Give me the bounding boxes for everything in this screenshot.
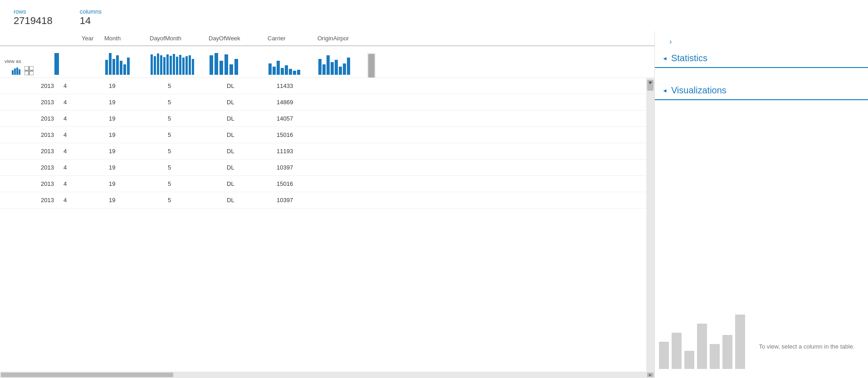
table-row: 2013 4 19 5 DL 14869 [0, 94, 646, 111]
cell-dayofweek-0: 5 [159, 78, 218, 94]
svg-rect-0 [12, 70, 14, 75]
hist-dayofweek[interactable] [200, 51, 258, 78]
svg-rect-27 [185, 56, 188, 75]
right-panel: › ◄ Statistics ◄ Visualizations [655, 31, 868, 378]
bottom-scrollbar[interactable]: ► [0, 372, 654, 378]
svg-rect-26 [182, 58, 185, 75]
viz-hint: To view, select a column in the table. [754, 342, 863, 369]
rows-stat: rows 2719418 [14, 8, 53, 27]
svg-rect-9 [105, 60, 108, 75]
viz-bar-3 [684, 351, 694, 369]
svg-rect-19 [160, 55, 162, 75]
col-header-dayofmonth[interactable]: DayofMonth [141, 31, 200, 45]
statistics-collapse-arrow[interactable]: ◄ [662, 55, 668, 62]
viz-bar-4 [697, 324, 707, 369]
statistics-title: Statistics [671, 53, 707, 63]
visualizations-section-header[interactable]: ◄ Visualizations [655, 82, 868, 100]
v-scroll-down-arrow[interactable] [647, 80, 653, 91]
statistics-section-header[interactable]: ◄ Statistics [655, 49, 868, 68]
hist-year[interactable] [41, 51, 95, 78]
svg-rect-5 [29, 66, 34, 70]
visualizations-title: Visualizations [671, 85, 727, 96]
svg-marker-52 [649, 82, 652, 84]
svg-rect-43 [297, 70, 300, 75]
svg-rect-8 [54, 53, 59, 75]
viz-bar-6 [722, 335, 732, 369]
table-row: 2013 4 19 5 DL 15016 [0, 127, 646, 143]
svg-rect-16 [151, 54, 153, 75]
svg-rect-39 [281, 68, 284, 75]
bar-chart-icon[interactable] [12, 66, 22, 76]
svg-rect-29 [192, 59, 194, 75]
hist-originairport[interactable] [308, 51, 367, 78]
v-scroll-thumb[interactable] [368, 54, 375, 78]
svg-rect-11 [112, 59, 115, 75]
visualizations-section: ◄ Visualizations To view, select a co [655, 82, 868, 373]
h-scroll-thumb[interactable] [1, 373, 173, 377]
top-stats: rows 2719418 columns 14 [0, 0, 868, 31]
svg-rect-47 [331, 62, 334, 75]
svg-rect-25 [179, 55, 181, 75]
right-expand-arrow[interactable]: › [662, 35, 679, 48]
cell-year-1: 2013 [0, 94, 54, 110]
grid-icon[interactable] [24, 66, 34, 76]
col-header-dayofweek[interactable]: DayOfWeek [200, 31, 258, 45]
hist-month[interactable] [95, 51, 141, 78]
col-header-originairport[interactable]: OriginAirpor [308, 31, 367, 45]
svg-rect-46 [327, 55, 330, 75]
columns-label: columns [80, 8, 102, 15]
viz-bar-1 [659, 342, 669, 369]
svg-rect-30 [210, 55, 213, 75]
view-as-area: view as [0, 58, 41, 78]
header-spacer [0, 31, 41, 45]
rows-value: 2719418 [14, 15, 53, 27]
cell-carrier-0: DL [218, 78, 268, 94]
cell-dayofmonth-1: 19 [100, 94, 159, 110]
expand-arrow-container[interactable]: › [655, 36, 868, 49]
histogram-row: view as [0, 46, 654, 78]
svg-rect-6 [24, 71, 29, 75]
svg-rect-33 [224, 54, 228, 75]
table-row: 2013 4 19 5 DL 15016 [0, 176, 646, 192]
icon-row [12, 66, 34, 76]
columns-stat: columns 14 [80, 8, 102, 27]
svg-rect-28 [189, 55, 191, 75]
cell-dayofweek-1: 5 [159, 94, 218, 110]
data-table-body: 2013 4 19 5 DL 11433 2013 4 19 5 DL [0, 78, 654, 372]
viz-bar-2 [672, 333, 682, 369]
svg-rect-44 [318, 59, 322, 75]
table-row: 2013 4 19 5 DL 11433 [0, 78, 646, 94]
svg-rect-41 [289, 69, 292, 75]
svg-rect-45 [322, 64, 326, 75]
cell-originairport-1: 14869 [268, 94, 327, 110]
svg-rect-35 [234, 59, 238, 75]
svg-rect-12 [116, 55, 119, 75]
table-row: 2013 4 19 5 DL 10397 [0, 160, 646, 176]
hist-carrier[interactable] [258, 51, 308, 78]
visualizations-collapse-arrow[interactable]: ◄ [662, 87, 668, 94]
svg-rect-48 [335, 60, 338, 75]
svg-rect-3 [19, 69, 20, 75]
svg-rect-20 [163, 57, 166, 75]
viz-bar-5 [710, 344, 720, 369]
hist-dayofmonth[interactable] [141, 51, 200, 78]
col-header-carrier[interactable]: Carrier [258, 31, 308, 45]
svg-rect-37 [273, 67, 276, 75]
rows-label: rows [14, 8, 53, 15]
svg-rect-17 [154, 56, 156, 75]
svg-rect-15 [127, 58, 130, 75]
svg-rect-49 [339, 67, 342, 75]
table-row: 2013 4 19 5 DL 14057 [0, 111, 646, 127]
v-scrollbar-top[interactable] [367, 53, 375, 78]
v-scrollbar-data[interactable] [646, 78, 654, 372]
cell-dayofmonth-0: 19 [100, 78, 159, 94]
col-header-month[interactable]: Month [95, 31, 141, 45]
svg-rect-51 [347, 58, 350, 75]
data-rows[interactable]: 2013 4 19 5 DL 11433 2013 4 19 5 DL [0, 78, 646, 372]
svg-rect-42 [293, 71, 296, 75]
svg-rect-7 [29, 71, 34, 75]
svg-rect-40 [285, 65, 288, 75]
h-scroll-right-arrow[interactable]: ► [647, 373, 653, 377]
col-header-year[interactable]: Year [41, 31, 95, 45]
svg-rect-13 [120, 61, 122, 75]
